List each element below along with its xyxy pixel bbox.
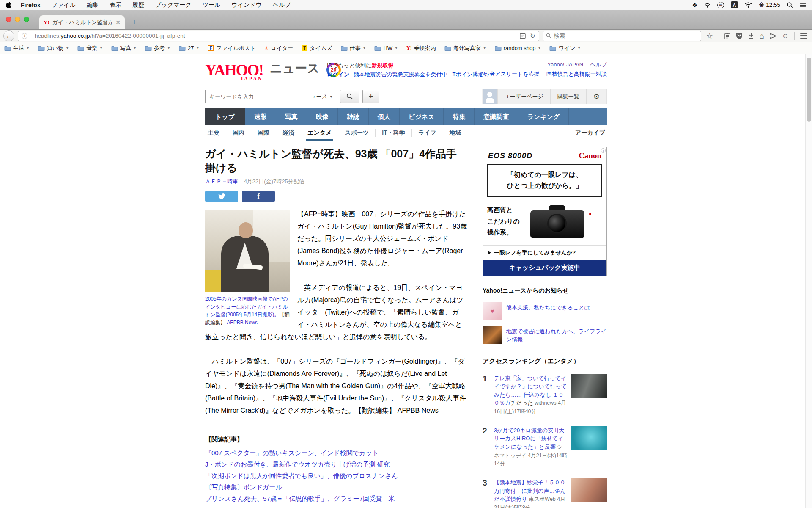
tab-close-icon[interactable]: ✕ (115, 19, 121, 26)
article-photo[interactable] (205, 210, 290, 292)
scrollbar-track[interactable] (805, 54, 812, 508)
browser-tab[interactable]: Y! ガイ・ハミルトン監督が死... ✕ (39, 15, 125, 29)
register-link[interactable]: 新規取得 (372, 62, 394, 69)
tab-personal[interactable]: 個人 (369, 108, 400, 125)
zoom-window-button[interactable] (24, 17, 29, 22)
download-icon[interactable] (748, 33, 754, 39)
news-logo-label[interactable]: ニュース (270, 60, 320, 77)
subnav-domestic[interactable]: 国内 (226, 129, 251, 137)
bookmark-folder-27[interactable]: 27▼ (179, 45, 199, 51)
input-method-icon[interactable]: A (731, 1, 738, 8)
bookmark-star-icon[interactable]: ☆ (706, 32, 713, 40)
notice-link[interactable]: 熊本支援、私たちにできることは (506, 302, 590, 312)
browser-search-input[interactable] (554, 33, 698, 39)
ranking-link[interactable]: 3か月で20キロ減量の安田大サーカスHIROに「痩せてイケメンになった」と反響 (494, 427, 564, 450)
bookmark-folder-wine[interactable]: ワイン▼ (549, 44, 581, 52)
subnav-economy[interactable]: 経済 (276, 129, 301, 137)
menubar-item-edit[interactable]: 編集 (87, 1, 99, 9)
site-info-icon[interactable]: i (22, 33, 27, 39)
bookmark-folder-life[interactable]: 生活▼ (4, 44, 30, 52)
notice-link[interactable]: 地震で被害に遭われた方へ、ライフライン情報 (506, 326, 607, 344)
ranking-thumbnail[interactable] (571, 374, 607, 398)
browser-search-bar[interactable] (543, 31, 701, 41)
search-category-dropdown[interactable]: ニュース▼ (301, 90, 337, 103)
menubar-item-bookmarks[interactable]: ブックマーク (155, 1, 192, 9)
scrollbar-thumb[interactable] (807, 58, 811, 122)
search-submit-button[interactable] (340, 90, 359, 103)
reader-mode-icon[interactable] (520, 33, 526, 39)
caption-source-link[interactable]: AFPBB News (227, 320, 258, 326)
keyboard-wifi-icon[interactable] (704, 3, 710, 8)
notification-center-icon[interactable] (800, 3, 806, 8)
tab-ranking[interactable]: ランキング (518, 108, 569, 125)
subnav-entertainment[interactable]: エンタメ (301, 129, 338, 137)
bookmark-folder-music[interactable]: 音楽▼ (77, 44, 103, 52)
tab-special[interactable]: 特集 (444, 108, 475, 125)
related-link[interactable]: プリンスさん死去、57歳＝「伝説的歌手」、グラミー7回受賞－米 (205, 493, 467, 504)
subnav-main[interactable]: 主要 (205, 129, 226, 137)
athlete-support-link[interactable]: 障がい者アスリートを応援 (473, 71, 540, 77)
bookmark-folder-photographers[interactable]: 海外写真家▼ (444, 44, 486, 52)
bookmark-folder-work[interactable]: 仕事▼ (341, 44, 366, 52)
menubar-item-tools[interactable]: ツール (203, 1, 221, 9)
bookmark-folder-reference[interactable]: 参考▼ (145, 44, 170, 52)
tab-video[interactable]: 映像 (307, 108, 338, 125)
menu-hamburger-icon[interactable] (800, 33, 807, 39)
article-source-link[interactable]: ＡＦＰ＝時事 (205, 178, 238, 185)
bookmark-filepost[interactable]: Fファイルポスト (208, 44, 255, 52)
menubar-item-help[interactable]: ヘルプ (273, 1, 291, 9)
dropbox-icon[interactable]: ❖ (692, 2, 697, 8)
subnav-archive[interactable]: アーカイブ (575, 129, 607, 137)
menubar-item-history[interactable]: 履歴 (132, 1, 144, 9)
pocket-icon[interactable] (736, 33, 743, 39)
keyword-search-box[interactable]: ニュース▼ (205, 90, 337, 103)
add-tab-button[interactable]: + (362, 90, 379, 103)
twitter-share-button[interactable] (205, 190, 238, 202)
yahoo-japan-logo[interactable]: YAHOO! JAPAN (205, 63, 263, 77)
yahoo-japan-link[interactable]: Yahoo! JAPAN (547, 61, 583, 68)
bookmark-reuters[interactable]: ✳ロイター (264, 44, 293, 52)
notice-thumbnail[interactable] (483, 326, 502, 344)
subnav-world[interactable]: 国際 (251, 129, 276, 137)
ad-info-icon[interactable]: i (601, 148, 606, 153)
home-icon[interactable]: ⌂ (760, 32, 764, 40)
feedback-smiley-icon[interactable]: ☺ (782, 33, 789, 39)
subnav-sports[interactable]: スポーツ (338, 129, 376, 137)
ranking-thumbnail[interactable] (571, 426, 607, 450)
bookmark-folder-shopping[interactable]: 買い物▼ (38, 44, 69, 52)
related-link[interactable]: 〔写真特集〕ボンドガール (205, 481, 467, 493)
avatar[interactable] (483, 89, 497, 104)
bookmark-folder-photo[interactable]: 写真▼ (111, 44, 137, 52)
interview-link[interactable]: 国枝慎吾と高橋陽一対談 (546, 71, 607, 77)
related-link[interactable]: 「次期ボンドは黒人か同性愛者でも良い」、俳優のブロスナンさん (205, 470, 467, 481)
bookmarks-list-icon[interactable] (724, 33, 730, 39)
userpage-link[interactable]: ユーザーページ (497, 89, 550, 104)
notice-thumbnail[interactable]: ♥ (483, 302, 502, 320)
tab-opinion[interactable]: 意識調査 (475, 108, 518, 125)
gear-icon[interactable]: ⚙ (586, 89, 606, 104)
canon-ad[interactable]: i EOS 8000D Canon 「初めての一眼レフは、 ひとつ上の歓びから。… (483, 147, 607, 276)
subscriptions-link[interactable]: 購読一覧 (550, 89, 586, 104)
reload-icon[interactable]: ↻ (530, 32, 535, 40)
back-button[interactable]: ← (3, 30, 14, 41)
tab-sokuho[interactable]: 速報 (245, 108, 276, 125)
url-text[interactable]: headlines.yahoo.co.jp/hl?a=20160422-0000… (35, 33, 516, 39)
menubar-item-view[interactable]: 表示 (110, 1, 121, 9)
ad-cashback-banner[interactable]: キャッシュバック実施中 (483, 260, 606, 276)
bookmark-folder-randomshop[interactable]: random shop▼ (495, 45, 541, 51)
close-window-button[interactable] (6, 17, 11, 22)
tab-top[interactable]: トップ (205, 108, 245, 125)
menubar-item-file[interactable]: ファイル (52, 1, 76, 9)
related-link[interactable]: 『007 スペクター』の熱いキスシーン、インド検閲でカット (205, 447, 467, 458)
keyword-search-input[interactable] (206, 94, 301, 100)
wifi-icon[interactable] (745, 2, 752, 8)
login-link[interactable]: ログイン (327, 71, 349, 77)
menubar-item-firefox[interactable]: Firefox (21, 2, 41, 8)
subnav-local[interactable]: 地域 (443, 129, 468, 137)
url-bar[interactable]: i headlines.yahoo.co.jp/hl?a=20160422-00… (18, 31, 539, 41)
new-tab-button[interactable]: + (132, 17, 137, 27)
related-link[interactable]: J・ボンドのお墨付き、最新作でウオツカ売り上げ増の予測 研究 (205, 458, 467, 470)
minimize-window-button[interactable] (15, 17, 20, 22)
tab-photos[interactable]: 写真 (276, 108, 307, 125)
help-link[interactable]: ヘルプ (590, 61, 607, 68)
